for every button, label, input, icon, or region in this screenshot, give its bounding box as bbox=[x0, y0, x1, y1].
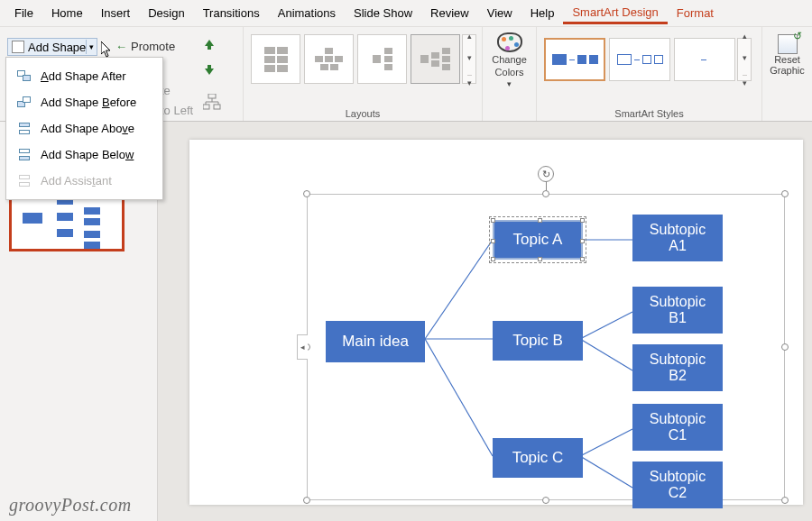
reset-icon bbox=[778, 34, 798, 54]
reset-graphic-button[interactable]: Reset Graphic bbox=[770, 34, 806, 76]
change-colors-button[interactable]: Change Colors ▾ bbox=[490, 32, 530, 88]
ribbon-group-create-graphic: Add Shape ▾ ← Promote → ⇄ te to Left bbox=[0, 27, 244, 121]
menu-smartart-design[interactable]: SmartArt Design bbox=[563, 2, 667, 24]
dropdown-add-shape-below[interactable]: Add Shape Below bbox=[6, 142, 162, 168]
ribbon-group-styles: ▴▾▾ SmartArt Styles bbox=[537, 27, 762, 121]
svg-line-7 bbox=[580, 312, 632, 339]
menu-slideshow[interactable]: Slide Show bbox=[345, 3, 421, 23]
arrow-up-icon[interactable] bbox=[203, 38, 216, 54]
arrow-down-icon[interactable] bbox=[203, 63, 216, 79]
menu-file[interactable]: File bbox=[5, 3, 42, 23]
ribbon-group-change-colors: Change Colors ▾ bbox=[483, 27, 537, 121]
palette-icon bbox=[497, 32, 522, 52]
add-shape-button[interactable]: Add Shape ▾ bbox=[7, 38, 97, 56]
add-before-icon bbox=[17, 96, 32, 109]
menu-insert[interactable]: Insert bbox=[92, 3, 140, 23]
node-subtopic-b2[interactable]: SubtopicB2 bbox=[632, 344, 723, 391]
menu-review[interactable]: Review bbox=[421, 3, 478, 23]
promote-label: Promote bbox=[131, 40, 175, 53]
styles-group-label: SmartArt Styles bbox=[537, 108, 761, 119]
svg-rect-2 bbox=[214, 105, 220, 109]
reset-label1: Reset bbox=[770, 54, 806, 65]
add-below-icon bbox=[17, 149, 32, 161]
node-subtopic-a1[interactable]: SubtopicA1 bbox=[632, 215, 723, 261]
ribbon: Add Shape ▾ ← Promote → ⇄ te to Left bbox=[0, 27, 812, 122]
chevron-down-icon[interactable]: ▾ bbox=[86, 40, 97, 54]
node-topic-b[interactable]: Topic B bbox=[493, 321, 583, 361]
menu-animations[interactable]: Animations bbox=[269, 3, 345, 23]
rotate-handle-icon[interactable]: ↻ bbox=[538, 166, 554, 182]
svg-line-9 bbox=[580, 429, 632, 456]
menu-transitions[interactable]: Transitions bbox=[194, 3, 269, 23]
shape-icon bbox=[12, 41, 24, 53]
dropdown-add-shape-after[interactable]: Add Shape After bbox=[6, 63, 162, 89]
menu-format[interactable]: Format bbox=[668, 3, 723, 23]
layout-option-horizontal-hierarchy[interactable] bbox=[357, 34, 407, 84]
svg-rect-1 bbox=[203, 105, 209, 109]
svg-rect-0 bbox=[208, 94, 216, 98]
style-option-outline[interactable] bbox=[609, 38, 670, 81]
slide-stage: ↻ ◂ bbox=[158, 122, 812, 521]
text-pane-toggle[interactable]: ◂ bbox=[297, 334, 308, 360]
change-colors-label1: Change bbox=[490, 54, 530, 65]
reset-label2: Graphic bbox=[770, 65, 806, 76]
svg-line-5 bbox=[425, 339, 493, 456]
svg-line-10 bbox=[580, 456, 632, 488]
watermark: groovyPost.com bbox=[9, 495, 132, 516]
ribbon-group-reset: Reset Graphic Re bbox=[762, 27, 812, 121]
menu-bar: File Home Insert Design Transitions Anim… bbox=[0, 0, 812, 27]
node-topic-a[interactable]: Topic A bbox=[493, 220, 583, 260]
menu-help[interactable]: Help bbox=[521, 3, 564, 23]
add-shape-label: Add Shape bbox=[28, 41, 86, 54]
add-above-icon bbox=[17, 123, 32, 135]
change-colors-label2: Colors ▾ bbox=[490, 67, 530, 88]
promote-button[interactable]: ← Promote bbox=[115, 40, 175, 53]
node-topic-a-label: Topic A bbox=[513, 231, 563, 249]
add-after-icon bbox=[17, 70, 32, 83]
layouts-group-label: Layouts bbox=[244, 108, 482, 119]
add-assistant-icon bbox=[17, 175, 32, 187]
layouts-gallery-more[interactable]: ▴▾▾ bbox=[462, 34, 476, 84]
svg-line-8 bbox=[580, 339, 632, 370]
org-chart-layout-icon[interactable] bbox=[203, 94, 221, 114]
node-subtopic-c2[interactable]: SubtopicC2 bbox=[632, 462, 723, 508]
add-shape-dropdown: Add Shape After Add Shape Before Add Sha… bbox=[5, 57, 163, 200]
menu-design[interactable]: Design bbox=[139, 3, 193, 23]
layout-option-list[interactable] bbox=[251, 34, 300, 84]
dropdown-add-shape-above[interactable]: Add Shape Above bbox=[6, 115, 162, 142]
styles-gallery bbox=[544, 38, 735, 81]
layout-option-horizontal-multilevel[interactable] bbox=[411, 34, 460, 84]
node-subtopic-c1[interactable]: SubtopicC1 bbox=[632, 404, 723, 451]
slide-canvas[interactable]: ↻ ◂ bbox=[189, 140, 803, 505]
style-option-gradient[interactable] bbox=[674, 38, 735, 81]
smartart-frame[interactable]: ↻ ◂ bbox=[307, 194, 785, 500]
layouts-gallery bbox=[251, 34, 460, 84]
dropdown-add-shape-before[interactable]: Add Shape Before bbox=[6, 89, 162, 115]
node-main-idea[interactable]: Main idea bbox=[326, 321, 425, 362]
dropdown-add-assistant: Add Assistant bbox=[6, 168, 162, 194]
node-topic-c[interactable]: Topic C bbox=[493, 438, 583, 478]
menu-view[interactable]: View bbox=[478, 3, 521, 23]
node-subtopic-b1[interactable]: SubtopicB1 bbox=[632, 287, 723, 334]
r2l-fragment: to Left bbox=[161, 104, 193, 117]
styles-gallery-more[interactable]: ▴▾▾ bbox=[737, 38, 752, 81]
layout-option-hierarchy[interactable] bbox=[304, 34, 354, 84]
arrow-left-icon: ← bbox=[115, 40, 127, 53]
menu-home[interactable]: Home bbox=[42, 3, 92, 23]
style-option-simple[interactable] bbox=[544, 38, 605, 81]
svg-line-3 bbox=[425, 240, 493, 339]
ribbon-group-layouts: ▴▾▾ Layouts bbox=[244, 27, 483, 121]
